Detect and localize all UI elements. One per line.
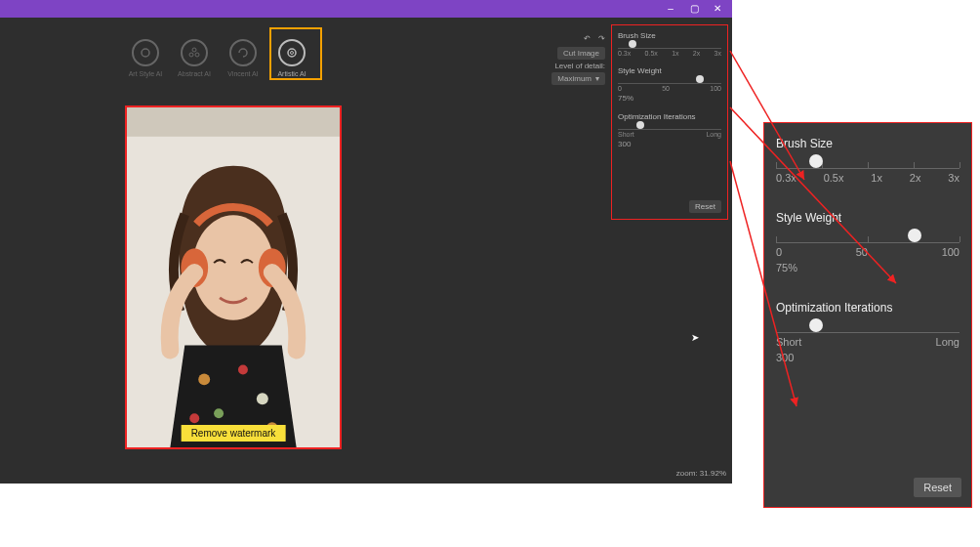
tool-label: Abstract AI (178, 70, 211, 77)
settings-panel-small: Brush Size 0.3x 0.5x 1x 2x 3x Style Weig… (611, 24, 728, 220)
brush-size-group-big: Brush Size 0.3x 0.5x 1x 2x 3x (776, 137, 960, 184)
gear-icon (278, 39, 306, 66)
ai-toolbar: Art Style AI Abstract AI Vincent AI Arti… (125, 31, 312, 84)
optimization-label: Optimization Iterations (776, 301, 960, 315)
minimize-button[interactable]: – (664, 3, 677, 15)
circle-icon (132, 39, 159, 66)
app-window: – ▢ ✕ Art Style AI Abstract AI Vincent A… (0, 0, 732, 484)
canvas-area[interactable]: Remove watermark (125, 105, 342, 449)
level-of-detail-value: Maximum (557, 74, 592, 83)
svg-point-3 (195, 53, 199, 57)
optimization-group-big: Optimization Iterations Short Long 300 (776, 301, 960, 363)
brush-size-label: Brush Size (776, 137, 960, 150)
tool-vincent-ai[interactable]: Vincent AI (223, 31, 264, 84)
tool-label: Vincent AI (227, 70, 258, 77)
tool-abstract-ai[interactable]: Abstract AI (174, 31, 215, 84)
style-weight-value: 75% (618, 94, 721, 103)
style-weight-slider[interactable] (618, 77, 721, 84)
style-weight-group: Style Weight 0 50 100 75% (618, 66, 721, 103)
svg-point-13 (257, 393, 268, 404)
optimization-slider[interactable] (618, 123, 721, 130)
svg-point-11 (198, 373, 210, 385)
svg-point-14 (214, 408, 224, 418)
level-of-detail-select[interactable]: Maximum ▾ (551, 72, 605, 85)
brush-size-label: Brush Size (618, 31, 721, 40)
settings-panel-zoom: Brush Size 0.3x 0.5x 1x 2x 3x Style Weig… (763, 122, 972, 508)
tool-artistic-ai[interactable]: Artistic AI (271, 31, 312, 84)
svg-point-2 (189, 53, 193, 57)
svg-point-15 (189, 413, 199, 423)
photo-placeholder (127, 107, 340, 447)
style-weight-slider[interactable] (776, 232, 960, 243)
undo-icon[interactable]: ↶ (584, 34, 591, 43)
svg-point-1 (192, 48, 196, 52)
brush-size-slider[interactable] (776, 158, 960, 169)
style-weight-value: 75% (776, 262, 960, 274)
optimization-value: 300 (618, 140, 721, 148)
brush-size-slider[interactable] (618, 42, 721, 49)
optimization-value: 300 (776, 352, 960, 363)
optimization-slider[interactable] (776, 322, 960, 333)
canvas-controls: ↶ ↷ Cut Image Level of detail: Maximum ▾ (551, 34, 605, 85)
style-weight-group-big: Style Weight 0 50 100 75% (776, 211, 960, 274)
reset-button[interactable]: Reset (689, 200, 721, 213)
tool-label: Artistic AI (277, 70, 306, 77)
cut-image-button[interactable]: Cut Image (557, 47, 605, 60)
svg-point-5 (291, 51, 294, 54)
tool-art-style-ai[interactable]: Art Style AI (125, 31, 166, 84)
remove-watermark-button[interactable]: Remove watermark (182, 425, 286, 442)
svg-rect-7 (127, 107, 340, 137)
optimization-group: Optimization Iterations Short Long 300 (618, 112, 721, 148)
svg-point-12 (238, 364, 248, 374)
flower-icon (181, 39, 208, 66)
maximize-button[interactable]: ▢ (687, 3, 701, 15)
optimization-label: Optimization Iterations (618, 112, 721, 121)
close-button[interactable]: ✕ (711, 3, 724, 15)
svg-point-4 (288, 49, 296, 57)
brush-size-group: Brush Size 0.3x 0.5x 1x 2x 3x (618, 31, 721, 57)
style-weight-label: Style Weight (618, 66, 721, 75)
mouse-cursor-icon: ➤ (691, 332, 699, 343)
redo-icon[interactable]: ↷ (598, 34, 605, 43)
tool-label: Art Style AI (129, 70, 163, 77)
title-bar: – ▢ ✕ (0, 0, 732, 18)
chevron-down-icon: ▾ (595, 74, 599, 83)
svg-point-0 (142, 49, 149, 57)
reset-button[interactable]: Reset (914, 478, 961, 497)
style-weight-label: Style Weight (776, 211, 960, 225)
zoom-label: zoom: 31.92% (676, 469, 726, 478)
level-of-detail-label: Level of detail: (554, 62, 605, 70)
swirl-icon (229, 39, 257, 66)
